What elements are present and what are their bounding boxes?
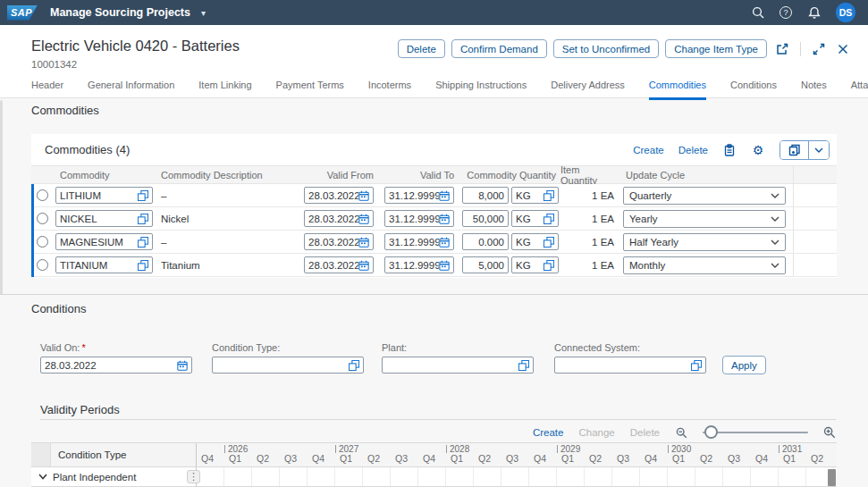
export-icon[interactable]: [780, 141, 809, 159]
update-cycle-select[interactable]: Monthly: [623, 256, 786, 274]
row-select-radio[interactable]: [37, 189, 48, 201]
calendar-icon[interactable]: [358, 214, 369, 224]
zoom-out-icon[interactable]: [675, 426, 687, 439]
value-help-icon[interactable]: [138, 190, 148, 201]
expand-icon[interactable]: [810, 40, 828, 58]
gantt-cell[interactable]: [779, 467, 806, 486]
uom-input[interactable]: KG: [511, 233, 559, 250]
uom-input[interactable]: KG: [511, 187, 559, 204]
calendar-icon[interactable]: [439, 214, 450, 224]
commodity-input[interactable]: TITANIUM: [55, 256, 153, 273]
paste-icon[interactable]: [722, 143, 737, 157]
calendar-icon[interactable]: [439, 237, 450, 248]
value-help-icon[interactable]: [138, 237, 148, 248]
search-icon[interactable]: [751, 6, 764, 20]
value-help-icon[interactable]: [138, 214, 148, 224]
zoom-in-icon[interactable]: [823, 426, 836, 439]
commodity-quantity-input[interactable]: 8,000: [462, 187, 509, 204]
value-help-icon[interactable]: [138, 260, 148, 271]
tab-shipping-instructions[interactable]: Shipping Instructions: [435, 80, 527, 100]
gantt-cell[interactable]: [751, 467, 779, 486]
value-help-icon[interactable]: [544, 260, 554, 271]
collapse-chevron-down-icon[interactable]: [38, 474, 47, 480]
col-update-cycle[interactable]: Update Cycle: [621, 166, 793, 183]
valid-on-value[interactable]: [45, 360, 177, 371]
gantt-cell[interactable]: [197, 467, 224, 486]
gantt-cell[interactable]: [391, 467, 418, 486]
apply-button[interactable]: Apply: [722, 356, 766, 374]
tab-general-information[interactable]: General Information: [88, 80, 174, 100]
row-select-radio[interactable]: [37, 236, 48, 248]
value-help-icon[interactable]: [691, 360, 702, 371]
tab-notes[interactable]: Notes: [801, 80, 827, 100]
valid-from-input[interactable]: 28.03.2022: [304, 187, 374, 204]
calendar-icon[interactable]: [358, 237, 369, 248]
confirm-demand-button[interactable]: Confirm Demand: [451, 39, 547, 58]
value-help-icon[interactable]: [544, 214, 554, 224]
calendar-icon[interactable]: [439, 260, 450, 271]
zoom-slider[interactable]: [703, 425, 808, 440]
gantt-row-header[interactable]: Plant Independent: [31, 467, 196, 487]
user-avatar[interactable]: DS: [836, 3, 855, 22]
create-button[interactable]: Create: [633, 145, 664, 155]
gantt-vertical-scrollbar[interactable]: [828, 469, 836, 486]
col-item-quantity[interactable]: Item Quantity: [559, 166, 621, 183]
valid-to-input[interactable]: 31.12.9999: [384, 233, 454, 250]
gantt-cell[interactable]: [695, 467, 723, 486]
gantt-cell[interactable]: [252, 467, 280, 486]
zoom-slider-track[interactable]: [703, 432, 808, 433]
connected-system-input[interactable]: [554, 357, 706, 374]
condition-type-value[interactable]: [216, 360, 349, 371]
gantt-cell[interactable]: [612, 467, 640, 486]
col-commodity-quantity[interactable]: Commodity Quantity: [462, 166, 559, 183]
app-title-chevron-down-icon[interactable]: ▾: [201, 8, 206, 18]
commodity-quantity-input[interactable]: 5,000: [462, 256, 509, 273]
value-help-icon[interactable]: [544, 190, 554, 201]
commodity-quantity-input[interactable]: 50,000: [462, 210, 509, 227]
tab-conditions[interactable]: Conditions: [730, 80, 777, 100]
calendar-icon[interactable]: [358, 260, 369, 271]
gantt-cell[interactable]: [335, 467, 363, 486]
row-select-radio[interactable]: [37, 213, 48, 224]
value-help-icon[interactable]: [518, 360, 529, 371]
value-help-icon[interactable]: [544, 237, 554, 248]
tab-header[interactable]: Header: [31, 80, 63, 100]
share-icon[interactable]: [773, 40, 791, 58]
gantt-cell[interactable]: [224, 467, 252, 486]
close-icon[interactable]: [834, 40, 852, 58]
valid-from-input[interactable]: 28.03.2022: [304, 210, 374, 227]
settings-gear-icon[interactable]: ⚙: [751, 143, 765, 157]
update-cycle-select[interactable]: Half Yearly: [623, 233, 786, 251]
gantt-cell[interactable]: [668, 467, 695, 486]
tab-payment-terms[interactable]: Payment Terms: [276, 80, 344, 100]
tab-commodities[interactable]: Commodities: [649, 80, 706, 100]
condition-type-input[interactable]: [212, 357, 364, 374]
gantt-cell[interactable]: [474, 467, 501, 486]
col-valid-from[interactable]: Valid From: [304, 166, 384, 183]
gantt-cell[interactable]: [640, 467, 668, 486]
commodity-input[interactable]: NICKEL: [55, 210, 153, 227]
valid-on-input[interactable]: [40, 357, 192, 374]
calendar-icon[interactable]: [177, 360, 188, 371]
valid-to-input[interactable]: 31.12.9999: [384, 187, 454, 204]
uom-input[interactable]: KG: [511, 256, 559, 273]
tab-attachments[interactable]: Attachments: [851, 80, 868, 100]
export-menu-chevron-down-icon[interactable]: [809, 141, 829, 159]
help-icon[interactable]: ?: [780, 6, 792, 19]
valid-from-input[interactable]: 28.03.2022: [304, 233, 374, 250]
gantt-create-button[interactable]: Create: [533, 427, 564, 438]
valid-to-input[interactable]: 31.12.9999: [384, 210, 454, 227]
left-scrollbar[interactable]: [0, 100, 3, 295]
gantt-cell[interactable]: [446, 467, 474, 486]
delete-button[interactable]: Delete: [398, 39, 445, 58]
gantt-cell[interactable]: [418, 467, 446, 486]
tab-delivery-address[interactable]: Delivery Address: [551, 80, 625, 100]
gantt-cell[interactable]: [501, 467, 529, 486]
gantt-cell[interactable]: [585, 467, 612, 486]
gantt-splitter-handle[interactable]: ⋮: [187, 470, 200, 483]
commodity-quantity-input[interactable]: 0.000: [462, 233, 509, 250]
valid-to-input[interactable]: 31.12.9999: [384, 256, 454, 273]
gantt-cell[interactable]: [723, 467, 751, 486]
plant-input[interactable]: [382, 357, 534, 374]
col-commodity[interactable]: Commodity: [54, 166, 156, 183]
